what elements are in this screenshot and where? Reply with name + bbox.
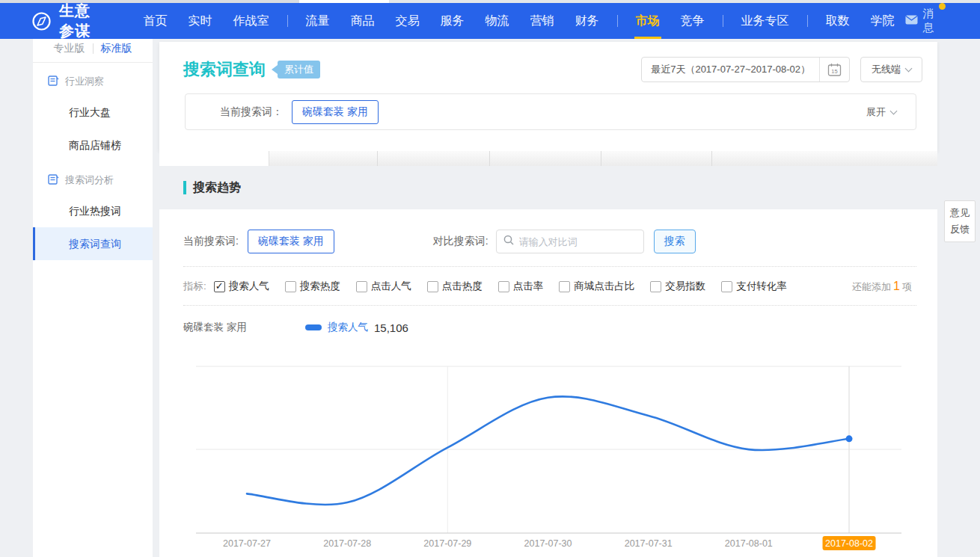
nav-item-首页[interactable]: 首页 <box>133 3 178 39</box>
nav-item-竞争[interactable]: 竞争 <box>670 3 715 39</box>
hidden-tab-rest[interactable] <box>712 151 937 166</box>
nav-divider <box>617 15 618 27</box>
nav-item-服务[interactable]: 服务 <box>430 3 475 39</box>
remaining-quota: 还能添加1项 <box>852 280 912 294</box>
nav-item-商品[interactable]: 商品 <box>340 3 385 39</box>
badge-arrow <box>272 65 278 74</box>
nav-item-取数[interactable]: 取数 <box>815 3 860 39</box>
legend-line-swatch <box>305 324 322 330</box>
section-accent-bar <box>183 181 186 194</box>
nav-item-业务专区[interactable]: 业务专区 <box>731 3 800 39</box>
metric-checkbox-点击率[interactable]: 点击率 <box>498 280 544 293</box>
nav-item-实时[interactable]: 实时 <box>178 3 223 39</box>
hidden-tab-strip <box>159 151 937 166</box>
chart-legend: 碗碟套装 家用 搜索人气 15,106 <box>159 316 937 339</box>
report-icon <box>48 76 65 88</box>
brand[interactable]: 生意参谋 <box>31 1 106 41</box>
nav-item-交易[interactable]: 交易 <box>385 3 430 39</box>
feedback-button[interactable]: 意见 反馈 <box>944 200 976 242</box>
nav-divider <box>807 15 808 27</box>
page-header-card: 搜索词查询 累计值 最近7天（2017-07-27~2017-08-02） 15 <box>159 42 937 151</box>
metric-checkbox-点击热度[interactable]: 点击热度 <box>427 280 483 293</box>
nav-item-学院[interactable]: 学院 <box>860 3 905 39</box>
date-range-picker[interactable]: 最近7天（2017-07-27~2017-08-02） 15 <box>641 57 850 82</box>
sidebar-group-搜索词分析: 搜索词分析 <box>33 161 153 194</box>
sidebar-item-商品店铺榜[interactable]: 商品店铺榜 <box>33 129 153 161</box>
svg-text:15: 15 <box>831 68 837 75</box>
messages-button[interactable]: 消息 <box>905 7 938 35</box>
top-navigation: 生意参谋 首页实时作战室流量商品交易服务物流营销财务市场竞争业务专区取数学院 消… <box>0 3 980 39</box>
hidden-tab-3[interactable] <box>378 151 490 166</box>
nav-item-流量[interactable]: 流量 <box>295 3 340 39</box>
svg-text:2017-08-02: 2017-08-02 <box>825 538 873 549</box>
svg-text:2017-08-01: 2017-08-01 <box>725 538 773 549</box>
cumulative-badge: 累计值 <box>272 61 320 79</box>
version-switcher: 专业版标准版 <box>33 39 153 63</box>
svg-text:2017-07-28: 2017-07-28 <box>323 538 371 549</box>
checkbox[interactable] <box>356 281 367 292</box>
svg-text:2017-07-30: 2017-07-30 <box>524 538 572 549</box>
sidebar-group-行业洞察: 行业洞察 <box>33 63 153 96</box>
current-keyword-label: 当前搜索词： <box>220 105 283 119</box>
nav-item-作战室[interactable]: 作战室 <box>223 3 280 39</box>
metric-checkbox-商城点击占比[interactable]: 商城点击占比 <box>559 280 634 293</box>
nav-item-市场[interactable]: 市场 <box>625 3 670 39</box>
sidebar-item-行业热搜词[interactable]: 行业热搜词 <box>33 194 153 227</box>
current-keyword-bar: 当前搜索词： 碗碟套装 家用 展开 <box>185 93 916 130</box>
current-keyword-chip[interactable]: 碗碟套装 家用 <box>292 100 379 124</box>
search-button[interactable]: 搜索 <box>654 230 696 253</box>
hidden-tab-5[interactable] <box>601 151 712 166</box>
date-range-value[interactable]: 最近7天（2017-07-27~2017-08-02） <box>642 58 819 81</box>
compare-keyword-label: 对比搜索词: <box>433 235 489 248</box>
sidebar-item-搜索词查询[interactable]: 搜索词查询 <box>33 227 153 260</box>
svg-text:2017-07-29: 2017-07-29 <box>423 538 471 549</box>
metric-checkbox-搜索人气[interactable]: 搜索人气 <box>214 280 269 293</box>
legend-keyword: 碗碟套装 家用 <box>183 321 295 334</box>
metrics-row: 指标: 搜索人气搜索热度点击人气点击热度点击率商城点击占比交易指数支付转化率 还… <box>159 275 937 298</box>
metrics-label: 指标: <box>183 280 206 293</box>
chevron-down-icon <box>905 65 913 73</box>
search-icon <box>503 235 514 248</box>
compare-keyword-inputbox <box>496 230 644 253</box>
chevron-down-icon <box>890 107 898 114</box>
checkbox[interactable] <box>498 281 509 292</box>
notification-dot <box>939 3 946 10</box>
checkbox[interactable] <box>214 281 225 292</box>
compass-logo-icon <box>31 11 52 31</box>
hidden-tab-2[interactable] <box>269 151 378 166</box>
trend-current-keyword-label: 当前搜索词: <box>183 235 239 248</box>
metric-checkbox-交易指数[interactable]: 交易指数 <box>650 280 705 293</box>
nav-item-财务[interactable]: 财务 <box>565 3 610 39</box>
envelope-icon <box>905 14 918 28</box>
sidebar-item-行业大盘[interactable]: 行业大盘 <box>33 96 153 129</box>
hidden-tab-1[interactable] <box>159 151 269 166</box>
version-tab-专业版[interactable]: 专业版 <box>46 42 93 55</box>
nav-item-物流[interactable]: 物流 <box>475 3 520 39</box>
nav-divider <box>723 15 723 27</box>
checkbox[interactable] <box>427 281 438 292</box>
checkbox[interactable] <box>650 281 661 292</box>
messages-label: 消息 <box>923 7 938 35</box>
metric-checkbox-搜索热度[interactable]: 搜索热度 <box>285 280 340 293</box>
nav-menu: 首页实时作战室流量商品交易服务物流营销财务市场竞争业务专区取数学院 <box>133 3 905 39</box>
nav-divider <box>287 15 288 27</box>
hidden-tab-4[interactable] <box>490 151 601 166</box>
terminal-select[interactable]: 无线端 <box>860 57 922 82</box>
metric-checkbox-支付转化率[interactable]: 支付转化率 <box>721 280 787 293</box>
checkbox[interactable] <box>559 281 570 292</box>
legend-metric-value: 15,106 <box>374 321 408 334</box>
main-content: 搜索词查询 累计值 最近7天（2017-07-27~2017-08-02） 15 <box>159 39 937 557</box>
page-title: 搜索词查询 <box>183 58 266 81</box>
nav-item-营销[interactable]: 营销 <box>520 3 565 39</box>
checkbox[interactable] <box>721 281 732 292</box>
svg-text:2017-07-27: 2017-07-27 <box>223 538 271 549</box>
trend-current-keyword-chip[interactable]: 碗碟套装 家用 <box>248 230 334 253</box>
metric-checkbox-点击人气[interactable]: 点击人气 <box>356 280 411 293</box>
compare-keyword-input[interactable] <box>519 236 639 247</box>
search-trend-chart[interactable]: 2017-07-272017-07-282017-07-292017-07-30… <box>183 359 916 553</box>
section-title-row: 搜索趋势 <box>159 166 937 209</box>
version-tab-标准版[interactable]: 标准版 <box>94 42 140 55</box>
calendar-icon[interactable]: 15 <box>819 58 849 81</box>
expand-toggle[interactable]: 展开 <box>866 105 896 119</box>
checkbox[interactable] <box>285 281 296 292</box>
